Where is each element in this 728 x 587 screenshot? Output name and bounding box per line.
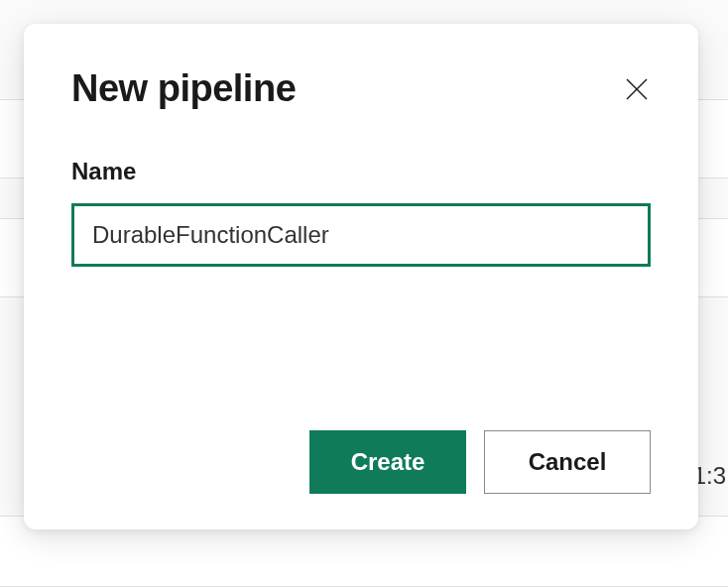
cancel-button[interactable]: Cancel (484, 430, 651, 494)
modal-title: New pipeline (71, 67, 296, 110)
new-pipeline-modal: New pipeline Name Create Cancel (24, 24, 698, 529)
name-field-group: Name (71, 158, 651, 267)
modal-footer: Create Cancel (71, 430, 651, 494)
create-button[interactable]: Create (309, 430, 466, 494)
close-icon[interactable] (623, 75, 651, 103)
name-input[interactable] (71, 203, 651, 267)
modal-header: New pipeline (71, 67, 651, 110)
name-label: Name (71, 158, 651, 185)
